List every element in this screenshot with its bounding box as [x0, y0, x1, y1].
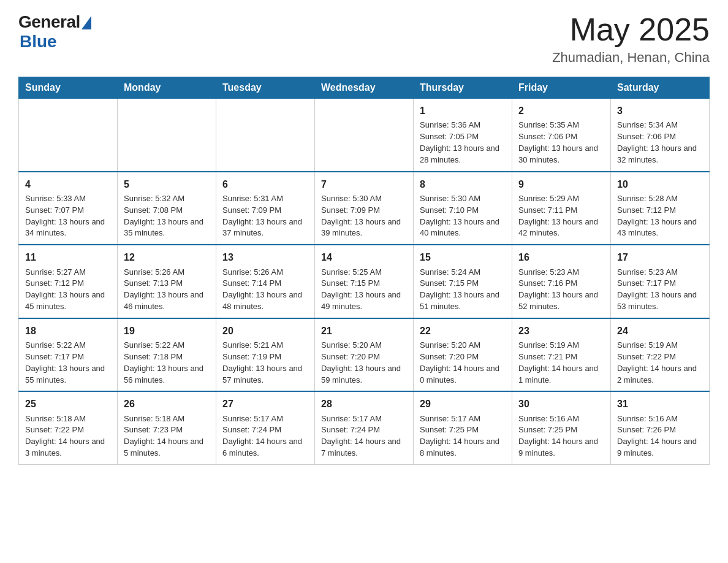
day-number: 16: [518, 250, 604, 264]
calendar-cell: 1Sunrise: 5:36 AMSunset: 7:05 PMDaylight…: [414, 99, 512, 172]
calendar-cell: 27Sunrise: 5:17 AMSunset: 7:24 PMDayligh…: [216, 391, 315, 464]
day-number: 1: [420, 104, 506, 118]
day-number: 30: [518, 397, 604, 411]
calendar-week-row: 18Sunrise: 5:22 AMSunset: 7:17 PMDayligh…: [19, 318, 710, 392]
calendar-cell: 22Sunrise: 5:20 AMSunset: 7:20 PMDayligh…: [414, 318, 512, 392]
calendar-week-row: 4Sunrise: 5:33 AMSunset: 7:07 PMDaylight…: [19, 172, 710, 245]
calendar-cell: 9Sunrise: 5:29 AMSunset: 7:11 PMDaylight…: [512, 172, 611, 245]
day-info: Sunrise: 5:20 AMSunset: 7:20 PMDaylight:…: [321, 340, 407, 386]
calendar-cell: [118, 99, 216, 172]
day-number: 18: [25, 324, 111, 338]
calendar-week-row: 1Sunrise: 5:36 AMSunset: 7:05 PMDaylight…: [19, 99, 710, 172]
day-number: 24: [617, 324, 703, 338]
calendar-cell: [216, 99, 315, 172]
calendar-week-row: 25Sunrise: 5:18 AMSunset: 7:22 PMDayligh…: [19, 391, 710, 464]
calendar-cell: 11Sunrise: 5:27 AMSunset: 7:12 PMDayligh…: [19, 245, 118, 318]
calendar-cell: 20Sunrise: 5:21 AMSunset: 7:19 PMDayligh…: [216, 318, 315, 392]
calendar-cell: 6Sunrise: 5:31 AMSunset: 7:09 PMDaylight…: [216, 172, 315, 245]
day-info: Sunrise: 5:32 AMSunset: 7:08 PMDaylight:…: [124, 193, 210, 239]
calendar-cell: 21Sunrise: 5:20 AMSunset: 7:20 PMDayligh…: [315, 318, 414, 392]
calendar-cell: [315, 99, 414, 172]
day-info: Sunrise: 5:26 AMSunset: 7:14 PMDaylight:…: [222, 267, 308, 313]
day-info: Sunrise: 5:24 AMSunset: 7:15 PMDaylight:…: [420, 267, 506, 313]
day-info: Sunrise: 5:26 AMSunset: 7:13 PMDaylight:…: [124, 267, 210, 313]
calendar-cell: 13Sunrise: 5:26 AMSunset: 7:14 PMDayligh…: [216, 245, 315, 318]
day-info: Sunrise: 5:17 AMSunset: 7:24 PMDaylight:…: [222, 413, 308, 459]
day-info: Sunrise: 5:19 AMSunset: 7:21 PMDaylight:…: [518, 340, 604, 386]
day-number: 5: [124, 177, 210, 191]
weekday-header: Sunday: [19, 77, 118, 99]
calendar-cell: 25Sunrise: 5:18 AMSunset: 7:22 PMDayligh…: [19, 391, 118, 464]
day-number: 22: [420, 324, 506, 338]
day-number: 6: [222, 177, 308, 191]
calendar-cell: 3Sunrise: 5:34 AMSunset: 7:06 PMDaylight…: [611, 99, 710, 172]
calendar-cell: 2Sunrise: 5:35 AMSunset: 7:06 PMDaylight…: [512, 99, 611, 172]
day-info: Sunrise: 5:19 AMSunset: 7:22 PMDaylight:…: [617, 340, 703, 386]
day-info: Sunrise: 5:29 AMSunset: 7:11 PMDaylight:…: [518, 193, 604, 239]
calendar-cell: 24Sunrise: 5:19 AMSunset: 7:22 PMDayligh…: [611, 318, 710, 392]
calendar-cell: 7Sunrise: 5:30 AMSunset: 7:09 PMDaylight…: [315, 172, 414, 245]
day-info: Sunrise: 5:17 AMSunset: 7:25 PMDaylight:…: [420, 413, 506, 459]
day-number: 31: [617, 397, 703, 411]
logo-blue-text: Blue: [20, 32, 57, 52]
day-number: 27: [222, 397, 308, 411]
month-title: May 2025: [552, 12, 710, 47]
day-info: Sunrise: 5:18 AMSunset: 7:23 PMDaylight:…: [124, 413, 210, 459]
day-number: 10: [617, 177, 703, 191]
calendar-cell: 15Sunrise: 5:24 AMSunset: 7:15 PMDayligh…: [414, 245, 512, 318]
calendar-table: SundayMondayTuesdayWednesdayThursdayFrid…: [18, 77, 710, 465]
day-number: 15: [420, 250, 506, 264]
calendar-cell: 5Sunrise: 5:32 AMSunset: 7:08 PMDaylight…: [118, 172, 216, 245]
day-number: 26: [124, 397, 210, 411]
day-number: 20: [222, 324, 308, 338]
day-info: Sunrise: 5:22 AMSunset: 7:18 PMDaylight:…: [124, 340, 210, 386]
day-info: Sunrise: 5:16 AMSunset: 7:25 PMDaylight:…: [518, 413, 604, 459]
day-number: 13: [222, 250, 308, 264]
day-info: Sunrise: 5:18 AMSunset: 7:22 PMDaylight:…: [25, 413, 111, 459]
day-info: Sunrise: 5:30 AMSunset: 7:10 PMDaylight:…: [420, 193, 506, 239]
day-info: Sunrise: 5:31 AMSunset: 7:09 PMDaylight:…: [222, 193, 308, 239]
logo-general-text: General: [18, 12, 80, 32]
calendar-cell: 16Sunrise: 5:23 AMSunset: 7:16 PMDayligh…: [512, 245, 611, 318]
calendar-cell: 4Sunrise: 5:33 AMSunset: 7:07 PMDaylight…: [19, 172, 118, 245]
day-number: 14: [321, 250, 407, 264]
day-info: Sunrise: 5:20 AMSunset: 7:20 PMDaylight:…: [420, 340, 506, 386]
calendar-cell: 8Sunrise: 5:30 AMSunset: 7:10 PMDaylight…: [414, 172, 512, 245]
calendar-header-row: SundayMondayTuesdayWednesdayThursdayFrid…: [19, 77, 710, 99]
day-number: 8: [420, 177, 506, 191]
weekday-header: Tuesday: [216, 77, 315, 99]
day-number: 9: [518, 177, 604, 191]
calendar-cell: 29Sunrise: 5:17 AMSunset: 7:25 PMDayligh…: [414, 391, 512, 464]
day-info: Sunrise: 5:23 AMSunset: 7:17 PMDaylight:…: [617, 267, 703, 313]
day-number: 3: [617, 104, 703, 118]
calendar-cell: 18Sunrise: 5:22 AMSunset: 7:17 PMDayligh…: [19, 318, 118, 392]
calendar-cell: 10Sunrise: 5:28 AMSunset: 7:12 PMDayligh…: [611, 172, 710, 245]
location-title: Zhumadian, Henan, China: [552, 50, 710, 66]
day-number: 29: [420, 397, 506, 411]
calendar-cell: 17Sunrise: 5:23 AMSunset: 7:17 PMDayligh…: [611, 245, 710, 318]
calendar-cell: 14Sunrise: 5:25 AMSunset: 7:15 PMDayligh…: [315, 245, 414, 318]
day-number: 23: [518, 324, 604, 338]
day-info: Sunrise: 5:27 AMSunset: 7:12 PMDaylight:…: [25, 267, 111, 313]
day-info: Sunrise: 5:34 AMSunset: 7:06 PMDaylight:…: [617, 120, 703, 166]
day-number: 28: [321, 397, 407, 411]
page-header: General Blue May 2025 Zhumadian, Henan, …: [18, 12, 710, 66]
day-info: Sunrise: 5:33 AMSunset: 7:07 PMDaylight:…: [25, 193, 111, 239]
day-number: 7: [321, 177, 407, 191]
weekday-header: Thursday: [414, 77, 512, 99]
day-info: Sunrise: 5:35 AMSunset: 7:06 PMDaylight:…: [518, 120, 604, 166]
day-info: Sunrise: 5:16 AMSunset: 7:26 PMDaylight:…: [617, 413, 703, 459]
day-number: 17: [617, 250, 703, 264]
calendar-cell: 31Sunrise: 5:16 AMSunset: 7:26 PMDayligh…: [611, 391, 710, 464]
day-number: 12: [124, 250, 210, 264]
calendar-cell: 12Sunrise: 5:26 AMSunset: 7:13 PMDayligh…: [118, 245, 216, 318]
calendar-week-row: 11Sunrise: 5:27 AMSunset: 7:12 PMDayligh…: [19, 245, 710, 318]
day-info: Sunrise: 5:22 AMSunset: 7:17 PMDaylight:…: [25, 340, 111, 386]
day-info: Sunrise: 5:25 AMSunset: 7:15 PMDaylight:…: [321, 267, 407, 313]
calendar-cell: 28Sunrise: 5:17 AMSunset: 7:24 PMDayligh…: [315, 391, 414, 464]
calendar-cell: 30Sunrise: 5:16 AMSunset: 7:25 PMDayligh…: [512, 391, 611, 464]
logo: General Blue: [18, 12, 91, 52]
calendar-cell: [19, 99, 118, 172]
day-number: 4: [25, 177, 111, 191]
day-info: Sunrise: 5:17 AMSunset: 7:24 PMDaylight:…: [321, 413, 407, 459]
